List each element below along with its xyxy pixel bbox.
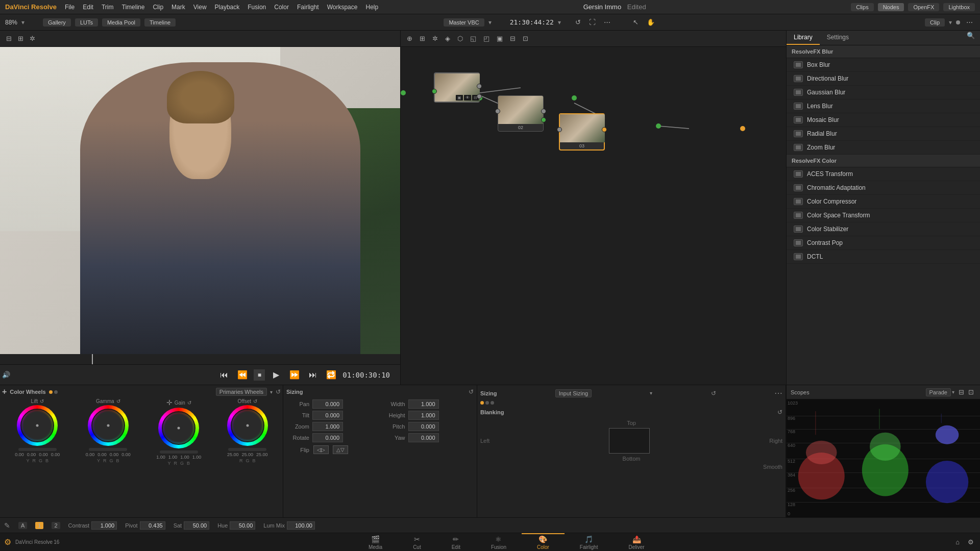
library-item-dctl[interactable]: DCTL	[787, 250, 980, 264]
color-mode-2[interactable]: 2	[52, 522, 60, 529]
contrast-input[interactable]	[91, 521, 117, 530]
library-item-gaussian-blur[interactable]: Gaussian Blur	[787, 86, 980, 99]
node-tool-1[interactable]: ⊕	[405, 34, 414, 43]
nav-cut[interactable]: ✂ Cut	[398, 533, 436, 551]
hue-input[interactable]	[230, 521, 255, 530]
nav-fusion[interactable]: ⚛ Fusion	[476, 533, 522, 551]
library-item-color-compressor[interactable]: Color Compressor	[787, 195, 980, 209]
menu-clip[interactable]: Clip	[153, 4, 163, 11]
search-icon[interactable]: 🔍	[965, 31, 977, 45]
viewer-icon-3[interactable]: ✲	[28, 34, 37, 43]
library-item-radial-blur[interactable]: Radial Blur	[787, 127, 980, 141]
color-mode-a[interactable]: A	[18, 522, 27, 529]
is-dropdown-icon[interactable]: ▾	[650, 390, 652, 396]
lift-wheel[interactable]	[17, 405, 58, 446]
zoom-input[interactable]	[312, 422, 343, 431]
cursor-icon[interactable]: ↖	[631, 17, 641, 27]
scopes-icon-1[interactable]: ⊟	[957, 387, 966, 397]
rotate-input[interactable]	[312, 433, 343, 442]
fullscreen-icon[interactable]: ⛶	[587, 17, 598, 27]
clip-btn[interactable]: Clip	[925, 18, 945, 27]
node-03[interactable]: 03	[559, 113, 605, 151]
settings-icon[interactable]: ⚙	[966, 537, 976, 547]
viewer-icon-2[interactable]: ⊞	[16, 34, 26, 43]
menu-mark[interactable]: Mark	[172, 4, 185, 11]
menu-help[interactable]: Help	[365, 4, 378, 11]
color-mode-1[interactable]: 1	[35, 522, 43, 529]
home-icon[interactable]: ⌂	[953, 537, 962, 547]
menu-trim[interactable]: Trim	[102, 4, 114, 11]
library-tab-settings[interactable]: Settings	[820, 31, 856, 45]
clip-dropdown-icon[interactable]: ▾	[949, 19, 952, 26]
node-tool-5[interactable]: ⬡	[455, 34, 465, 43]
primaries-dropdown-icon[interactable]: ▾	[270, 389, 273, 395]
pivot-input[interactable]	[140, 521, 165, 530]
menu-fairlight[interactable]: Fairlight	[297, 4, 319, 11]
library-item-contrast-pop[interactable]: Contrast Pop	[787, 236, 980, 250]
menu-workspace[interactable]: Workspace	[327, 4, 358, 11]
pan-input[interactable]	[312, 399, 343, 409]
more-icon[interactable]: ⋯	[602, 17, 612, 27]
node-01[interactable]: ▣ 👁 ⊟	[434, 72, 480, 103]
library-item-aces[interactable]: ACES Transform	[787, 167, 980, 181]
luts-btn[interactable]: LUTs	[75, 18, 98, 27]
lift-slider[interactable]	[18, 448, 57, 451]
sat-input[interactable]	[184, 521, 209, 530]
node-tool-3[interactable]: ✲	[430, 34, 440, 43]
add-node-btn[interactable]: +	[2, 387, 7, 396]
timeline-btn[interactable]: Timeline	[144, 18, 176, 27]
scopes-mode[interactable]: Parade	[926, 388, 951, 396]
library-item-mosaic-blur[interactable]: Mosaic Blur	[787, 113, 980, 127]
gain-reset[interactable]: ↺	[187, 400, 191, 406]
yaw-input[interactable]	[408, 433, 439, 442]
gallery-btn[interactable]: Gallery	[43, 18, 71, 27]
input-sizing-more[interactable]: ⋯	[774, 388, 782, 398]
nav-edit[interactable]: ✏ Edit	[436, 533, 476, 551]
more-options-icon[interactable]: ⋯	[964, 17, 975, 27]
gamma-reset[interactable]: ↺	[116, 398, 120, 404]
node-tool-4[interactable]: ◈	[443, 34, 452, 43]
blanking-reset[interactable]: ↺	[777, 409, 782, 416]
hand-icon[interactable]: ✋	[645, 17, 657, 27]
go-end-btn[interactable]: ⏭	[306, 368, 320, 382]
library-item-directional-blur[interactable]: Directional Blur	[787, 72, 980, 86]
lift-reset[interactable]: ↺	[40, 398, 44, 404]
stop-btn[interactable]: ■	[254, 369, 265, 381]
go-start-btn[interactable]: ⏮	[217, 368, 231, 382]
library-item-zoom-blur[interactable]: Zoom Blur	[787, 141, 980, 155]
refresh-icon[interactable]: ↺	[573, 17, 583, 27]
library-item-chromatic[interactable]: Chromatic Adaptation	[787, 181, 980, 195]
gain-slider[interactable]	[160, 450, 198, 454]
sizing-reset[interactable]: ↺	[469, 388, 474, 395]
master-vbc-btn[interactable]: Master VBC	[444, 18, 484, 27]
library-tab-library[interactable]: Library	[787, 31, 820, 45]
openfx-btn[interactable]: OpenFX	[908, 3, 939, 11]
color-wheels-reset[interactable]: ↺	[276, 388, 281, 395]
timeline-bar[interactable]	[0, 354, 400, 364]
nav-fairlight[interactable]: 🎵 Fairlight	[565, 533, 614, 551]
menu-view[interactable]: View	[193, 4, 207, 11]
node-tool-6[interactable]: ◱	[468, 34, 478, 43]
menu-edit[interactable]: Edit	[83, 4, 93, 11]
next-frame-btn[interactable]: ⏩	[287, 368, 302, 382]
nodes-btn[interactable]: Nodes	[878, 3, 904, 11]
timecode-dropdown[interactable]: ▾	[558, 19, 561, 26]
menu-color[interactable]: Color	[274, 4, 289, 11]
tilt-input[interactable]	[312, 411, 343, 420]
node-02[interactable]: 02	[498, 95, 544, 132]
node-tool-8[interactable]: ▣	[495, 34, 505, 43]
library-item-box-blur[interactable]: Box Blur	[787, 58, 980, 72]
lightbox-btn[interactable]: Lightbox	[943, 3, 975, 11]
offset-wheel[interactable]	[227, 405, 268, 446]
loop-btn[interactable]: 🔁	[324, 368, 338, 382]
color-tool-icon-1[interactable]: ✎	[4, 521, 10, 530]
input-sizing-refresh[interactable]: ↺	[711, 390, 716, 397]
media-pool-btn[interactable]: Media Pool	[102, 18, 140, 27]
flip-h-btn[interactable]: ◁▷	[313, 445, 329, 454]
zoom-indicator[interactable]: 88%	[5, 19, 17, 26]
zoom-dropdown-icon[interactable]: ▾	[21, 19, 24, 26]
clips-btn[interactable]: Clips	[851, 3, 873, 11]
nav-color[interactable]: 🎨 Color	[522, 533, 565, 551]
scopes-icon-2[interactable]: ⊡	[966, 387, 976, 397]
nav-deliver[interactable]: 📤 Deliver	[613, 533, 659, 551]
